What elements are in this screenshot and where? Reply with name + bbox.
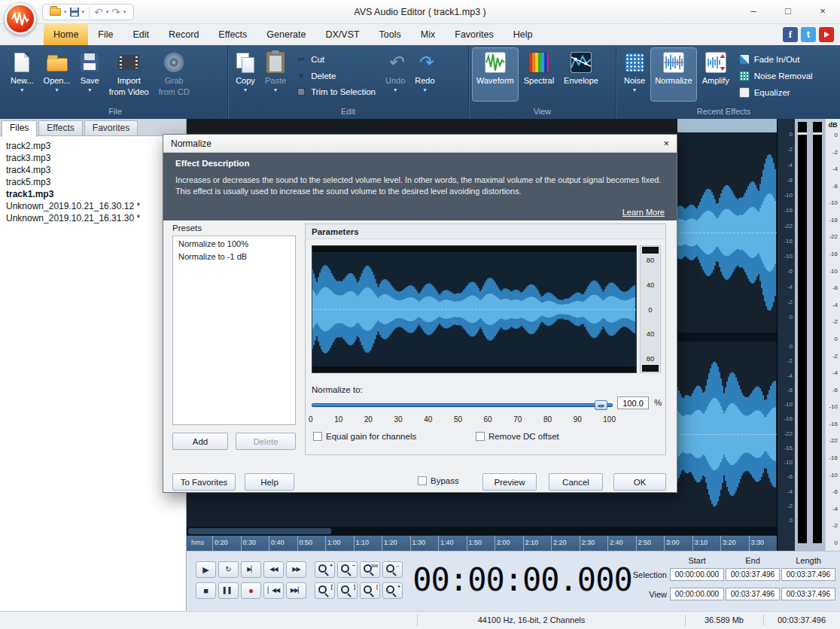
menu-tab-tools[interactable]: Tools — [370, 24, 411, 45]
learn-more-link[interactable]: Learn More — [622, 208, 665, 217]
copy-button[interactable]: Copy ▾ — [232, 48, 259, 101]
app-logo-icon[interactable] — [5, 3, 36, 35]
normalize-button[interactable]: Normalize — [651, 48, 696, 101]
undo-button[interactable]: ↶ Undo ▾ — [382, 48, 409, 101]
go-to-end-button[interactable]: ▶▶▏ — [286, 582, 306, 599]
cancel-button[interactable]: Cancel — [549, 473, 603, 491]
trim-to-selection-button[interactable]: Trim to Selection — [292, 86, 379, 98]
scale-scroll-block[interactable] — [642, 247, 659, 254]
panel-tab-favorites[interactable]: Favorites — [84, 120, 138, 135]
waveform-view-button[interactable]: Waveform — [473, 48, 518, 101]
preset-item[interactable]: Normalize to 100% — [173, 236, 295, 249]
selection-start-field[interactable]: 00:00:00.000 — [670, 568, 724, 581]
new-button[interactable]: New... ▾ — [7, 48, 38, 101]
menu-tab-effects[interactable]: Effects — [208, 24, 257, 45]
panel-tab-effects[interactable]: Effects — [38, 120, 82, 135]
scrollbar-handle[interactable] — [188, 528, 331, 534]
menu-tab-record[interactable]: Record — [159, 24, 208, 45]
equal-gain-checkbox[interactable] — [313, 432, 322, 441]
play-loop-button[interactable]: ↻ — [218, 561, 239, 578]
menu-tab-dxvst[interactable]: DX/VST — [315, 24, 369, 45]
scale-scroll-block[interactable] — [642, 365, 659, 372]
zoom-custom-button[interactable]: + — [382, 582, 403, 599]
preset-item[interactable]: Normalize to -1 dB — [173, 249, 295, 262]
preview-button[interactable]: Preview — [482, 473, 537, 491]
equalizer-button[interactable]: Equalizer — [735, 86, 817, 99]
file-item[interactable]: track2.mp3 — [0, 140, 186, 152]
menu-tab-help[interactable]: Help — [504, 24, 543, 45]
view-end-field[interactable]: 00:03:37.496 — [726, 588, 780, 600]
vertical-zoom-in-button[interactable]: [ — [315, 582, 335, 599]
chevron-down-icon[interactable]: ▾ — [82, 9, 85, 15]
twitter-icon[interactable]: t — [801, 27, 816, 42]
zoom-in-button[interactable]: + — [315, 561, 335, 578]
undo-icon[interactable]: ↶ — [94, 7, 103, 17]
rewind-button[interactable]: ◀◀ — [263, 561, 284, 578]
close-button[interactable]: × — [805, 0, 840, 24]
vertical-zoom-full-button[interactable]: | — [360, 582, 380, 599]
help-button[interactable]: Help — [245, 473, 294, 491]
menu-tab-mix[interactable]: Mix — [411, 24, 445, 45]
zoom-100-button[interactable]: 100 — [360, 561, 380, 578]
record-button[interactable]: ● — [241, 582, 261, 599]
noise-button[interactable]: Noise ▾ — [620, 48, 649, 101]
maximize-button[interactable]: □ — [771, 0, 805, 24]
play-to-end-button[interactable]: ▶▏ — [241, 561, 261, 578]
grab-from-cd-button[interactable]: Grab from CD — [155, 48, 193, 101]
redo-icon[interactable]: ↷ — [111, 7, 120, 17]
panel-tab-files[interactable]: Files — [2, 120, 37, 137]
slider-track[interactable] — [312, 403, 613, 407]
amplify-button[interactable]: Amplify — [698, 48, 733, 101]
envelope-view-button[interactable]: Envelope — [560, 48, 602, 101]
file-item[interactable]: track4.mp3 — [0, 164, 186, 176]
noise-removal-button[interactable]: Noise Removal — [735, 69, 817, 83]
youtube-icon[interactable] — [819, 27, 834, 42]
delete-button[interactable]: × Delete — [292, 69, 379, 83]
add-preset-button[interactable]: Add — [172, 433, 228, 450]
delete-preset-button[interactable]: Delete — [236, 433, 296, 450]
cut-button[interactable]: ✂ Cut — [292, 53, 379, 66]
normalize-value-field[interactable]: 100.0 — [617, 397, 649, 409]
selection-end-field[interactable]: 00:03:37.496 — [726, 568, 780, 581]
go-to-start-button[interactable]: ▏◀◀ — [263, 582, 284, 599]
file-item[interactable]: Unknown_2019.10.21_16.30.12 * — [0, 200, 186, 212]
vertical-zoom-out-button[interactable]: ] — [337, 582, 358, 599]
zoom-out-button[interactable]: − — [337, 561, 358, 578]
open-button[interactable]: Open... ▾ — [40, 48, 75, 101]
dialog-close-button[interactable]: × — [663, 138, 669, 149]
preview-bottom-scrollbar[interactable] — [312, 366, 636, 372]
timeline-ruler[interactable]: hms 0:200:300:400:501:001:101:201:301:40… — [187, 536, 777, 551]
menu-tab-edit[interactable]: Edit — [123, 24, 160, 45]
to-favorites-button[interactable]: To Favorites — [172, 473, 236, 491]
presets-list[interactable]: Normalize to 100%Normalize to -1 dB — [172, 235, 296, 425]
fast-forward-button[interactable]: ▶▶ — [286, 561, 306, 578]
minimize-button[interactable]: – — [736, 0, 771, 24]
ok-button[interactable]: OK — [613, 473, 666, 491]
open-file-icon[interactable] — [50, 8, 61, 16]
selection-length-field[interactable]: 00:03:37.496 — [781, 568, 835, 581]
menu-tab-home[interactable]: Home — [44, 24, 88, 45]
fade-in-out-button[interactable]: Fade In/Out — [735, 53, 817, 66]
facebook-icon[interactable]: f — [783, 27, 798, 42]
file-item[interactable]: track1.mp3 — [0, 188, 186, 200]
normalize-slider[interactable] — [312, 400, 613, 410]
editor-h-scrollbar[interactable] — [187, 527, 777, 536]
save-button[interactable]: Save ▾ — [77, 48, 103, 101]
menu-tab-favorites[interactable]: Favorites — [445, 24, 503, 45]
chevron-down-icon[interactable]: ▾ — [64, 9, 67, 15]
file-item[interactable]: track3.mp3 — [0, 152, 186, 164]
view-start-field[interactable]: 00:00:00.000 — [670, 588, 724, 600]
dialog-titlebar[interactable]: Normalize × — [163, 135, 677, 153]
slider-handle[interactable] — [595, 400, 607, 410]
preview-top-scrollbar[interactable] — [312, 246, 636, 252]
bypass-checkbox[interactable] — [418, 476, 427, 485]
view-length-field[interactable]: 00:03:37.496 — [781, 588, 835, 600]
file-item[interactable]: Unknown_2019.10.21_16.31.30 * — [0, 212, 186, 224]
stop-button[interactable]: ■ — [196, 582, 216, 599]
file-item[interactable]: track5.mp3 — [0, 176, 186, 188]
redo-button[interactable]: ↷ Redo ▾ — [411, 48, 438, 101]
zoom-selection-button[interactable]: ↔ — [382, 561, 403, 578]
import-from-video-button[interactable]: Import from Video — [105, 48, 153, 101]
paste-button[interactable]: Paste ▾ — [261, 48, 290, 101]
remove-dc-checkbox[interactable] — [476, 432, 485, 441]
